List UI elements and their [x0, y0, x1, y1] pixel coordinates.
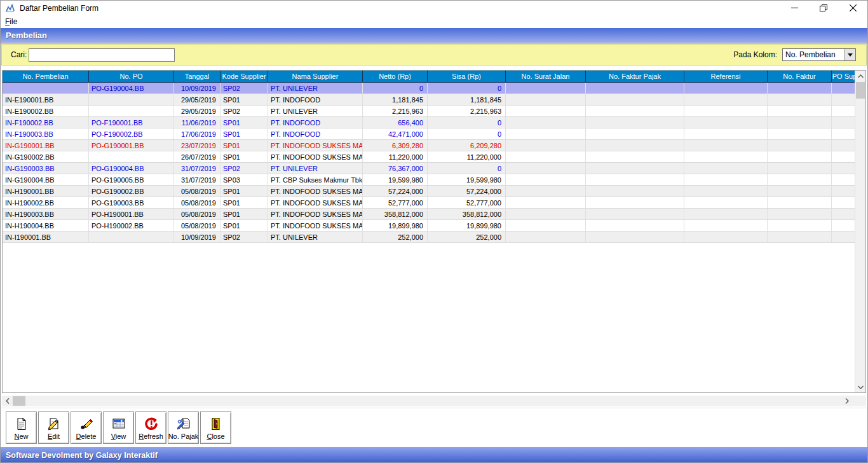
table-cell[interactable]: [506, 151, 586, 163]
table-cell[interactable]: PO-H190001.BB: [89, 209, 174, 220]
table-cell[interactable]: [832, 117, 855, 128]
table-cell[interactable]: [832, 94, 855, 106]
column-header[interactable]: No. Surat Jalan: [506, 71, 586, 82]
table-cell[interactable]: [506, 117, 586, 128]
table-cell[interactable]: [684, 209, 768, 220]
table-cell[interactable]: [768, 186, 832, 197]
table-cell[interactable]: [506, 220, 586, 232]
table-cell[interactable]: [586, 232, 684, 243]
chevron-down-icon[interactable]: [844, 49, 855, 60]
table-row[interactable]: IN-H190004.BBPO-H190002.BB05/08/2019SP01…: [3, 220, 855, 232]
table-cell[interactable]: [89, 151, 174, 163]
column-filter-dropdown[interactable]: No. Pembelian: [782, 48, 856, 61]
table-cell[interactable]: 31/07/2019: [174, 163, 220, 174]
table-cell[interactable]: PT. INDOFOOD SUKSES MAKMUR: [268, 140, 363, 151]
table-cell[interactable]: 29/05/2019: [174, 106, 220, 117]
table-cell[interactable]: IN-G190001.BB: [3, 140, 89, 151]
table-cell[interactable]: SP01: [220, 117, 268, 128]
table-cell[interactable]: [506, 186, 586, 197]
table-cell[interactable]: PO-G190005.BB: [89, 174, 174, 186]
table-cell[interactable]: 23/07/2019: [174, 140, 220, 151]
table-cell[interactable]: PT. INDOFOOD SUKSES MAKMUR: [268, 209, 363, 220]
table-cell[interactable]: PT. INDOFOOD SUKSES MAKMUR: [268, 186, 363, 197]
table-cell[interactable]: IN-F190002.BB: [3, 117, 89, 128]
table-cell[interactable]: [506, 83, 586, 94]
table-cell[interactable]: [832, 128, 855, 140]
table-cell[interactable]: [832, 174, 855, 186]
table-cell[interactable]: 57,224,000: [428, 186, 506, 197]
scroll-right-icon[interactable]: [841, 396, 852, 406]
table-row[interactable]: PO-G190004.BB10/09/2019SP02PT. UNILEVER0…: [3, 83, 855, 94]
table-row[interactable]: IN-H190002.BBPO-G190003.BB05/08/2019SP01…: [3, 197, 855, 209]
table-cell[interactable]: [586, 128, 684, 140]
table-cell[interactable]: [684, 220, 768, 232]
table-cell[interactable]: 17/06/2019: [174, 128, 220, 140]
table-cell[interactable]: SP01: [220, 140, 268, 151]
table-cell[interactable]: IN-G190004.BB: [3, 174, 89, 186]
table-cell[interactable]: 358,812,000: [428, 209, 506, 220]
table-cell[interactable]: [832, 186, 855, 197]
table-cell[interactable]: [586, 117, 684, 128]
table-cell[interactable]: 19,599,980: [428, 174, 506, 186]
table-cell[interactable]: 05/08/2019: [174, 220, 220, 232]
table-cell[interactable]: PO-G190001.BB: [89, 140, 174, 151]
table-cell[interactable]: [586, 151, 684, 163]
table-cell[interactable]: [832, 197, 855, 209]
table-cell[interactable]: 10/09/2019: [174, 232, 220, 243]
table-cell[interactable]: SP02: [220, 83, 268, 94]
table-cell[interactable]: PO-F190001.BB: [89, 117, 174, 128]
table-cell[interactable]: [768, 174, 832, 186]
restore-button[interactable]: [809, 1, 838, 15]
table-cell[interactable]: [832, 163, 855, 174]
table-row[interactable]: IN-I190001.BB10/09/2019SP02PT. UNILEVER2…: [3, 232, 855, 243]
table-cell[interactable]: 252,000: [363, 232, 428, 243]
vertical-scroll-thumb[interactable]: [856, 82, 865, 99]
table-row[interactable]: IN-F190003.BBPO-F190002.BB17/06/2019SP01…: [3, 128, 855, 140]
table-cell[interactable]: PO-G190002.BB: [89, 186, 174, 197]
table-cell[interactable]: IN-H190003.BB: [3, 209, 89, 220]
table-cell[interactable]: [832, 220, 855, 232]
table-cell[interactable]: [832, 83, 855, 94]
table-row[interactable]: IN-H190003.BBPO-H190001.BB05/08/2019SP01…: [3, 209, 855, 220]
table-cell[interactable]: [684, 232, 768, 243]
table-cell[interactable]: PO-G190003.BB: [89, 197, 174, 209]
table-cell[interactable]: 0: [428, 128, 506, 140]
table-cell[interactable]: SP01: [220, 197, 268, 209]
table-cell[interactable]: [684, 117, 768, 128]
delete-button[interactable]: Delete: [71, 411, 102, 444]
table-cell[interactable]: [768, 106, 832, 117]
table-cell[interactable]: [586, 83, 684, 94]
table-cell[interactable]: [684, 128, 768, 140]
table-cell[interactable]: [832, 140, 855, 151]
table-cell[interactable]: PT. INDOFOOD SUKSES MAKMUR: [268, 197, 363, 209]
table-cell[interactable]: IN-F190003.BB: [3, 128, 89, 140]
table-cell[interactable]: 2,215,963: [363, 106, 428, 117]
table-cell[interactable]: IN-H190002.BB: [3, 197, 89, 209]
table-cell[interactable]: PO-G190004.BB: [89, 83, 174, 94]
table-cell[interactable]: PT. UNILEVER: [268, 83, 363, 94]
table-cell[interactable]: [506, 232, 586, 243]
table-cell[interactable]: [586, 174, 684, 186]
table-cell[interactable]: [684, 197, 768, 209]
column-header[interactable]: No. Faktur Pajak: [586, 71, 684, 82]
table-cell[interactable]: PT. UNILEVER: [268, 232, 363, 243]
column-header[interactable]: Tanggal: [174, 71, 220, 82]
table-cell[interactable]: PT. UNILEVER: [268, 163, 363, 174]
search-input[interactable]: [29, 48, 175, 62]
table-cell[interactable]: [586, 197, 684, 209]
table-cell[interactable]: PO-H190002.BB: [89, 220, 174, 232]
table-row[interactable]: IN-G190003.BBPO-G190004.BB31/07/2019SP02…: [3, 163, 855, 174]
table-cell[interactable]: PT. UNILEVER: [268, 106, 363, 117]
table-cell[interactable]: 0: [363, 83, 428, 94]
table-cell[interactable]: SP02: [220, 163, 268, 174]
table-cell[interactable]: [586, 163, 684, 174]
column-header[interactable]: No. Pembelian: [3, 71, 89, 82]
table-cell[interactable]: [768, 117, 832, 128]
view-button[interactable]: View: [103, 411, 134, 444]
table-cell[interactable]: [768, 151, 832, 163]
refresh-button[interactable]: Refresh: [135, 411, 166, 444]
table-cell[interactable]: [586, 140, 684, 151]
table-cell[interactable]: IN-H190004.BB: [3, 220, 89, 232]
table-cell[interactable]: 29/05/2019: [174, 94, 220, 106]
table-cell[interactable]: [768, 94, 832, 106]
